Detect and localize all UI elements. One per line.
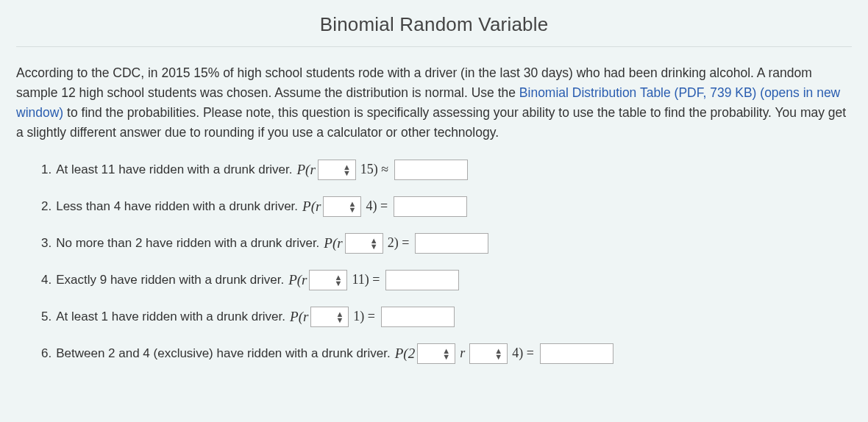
- q1-p-of-r: P(r: [296, 162, 315, 178]
- q4-operator-select[interactable]: ▲▼: [309, 270, 347, 290]
- updown-icon: ▲▼: [370, 237, 378, 249]
- page-title: Binomial Random Variable: [16, 13, 852, 36]
- q2-p-of-r: P(r: [302, 199, 321, 215]
- q3-text: No more than 2 have ridden with a drunk …: [56, 236, 319, 251]
- q5-number: 5.: [41, 310, 51, 324]
- question-2: 2. Less than 4 have ridden with a drunk …: [41, 196, 852, 217]
- intro-paragraph: According to the CDC, in 2015 15% of hig…: [16, 63, 852, 143]
- question-1: 1. At least 11 have ridden with a drunk …: [41, 160, 852, 180]
- q3-operator-select[interactable]: ▲▼: [345, 233, 383, 254]
- title-divider: [16, 46, 852, 47]
- question-3: 3. No more than 2 have ridden with a dru…: [41, 233, 852, 254]
- q4-text: Exactly 9 have ridden with a drunk drive…: [56, 273, 284, 287]
- q6-after: 4) =: [512, 346, 534, 361]
- q6-variable-r: r: [460, 346, 465, 361]
- updown-icon: ▲▼: [343, 164, 351, 176]
- updown-icon: ▲▼: [442, 348, 450, 360]
- q2-text: Less than 4 have ridden with a drunk dri…: [56, 199, 298, 214]
- q6-text: Between 2 and 4 (exclusive) have ridden …: [56, 346, 391, 361]
- question-4: 4. Exactly 9 have ridden with a drunk dr…: [41, 270, 852, 290]
- q2-after: 4) =: [366, 199, 388, 214]
- q4-p-of-r: P(r: [288, 272, 307, 288]
- updown-icon: ▲▼: [335, 274, 343, 286]
- q3-after: 2) =: [388, 235, 410, 251]
- q4-answer-input[interactable]: [385, 270, 459, 290]
- questions-container: 1. At least 11 have ridden with a drunk …: [41, 160, 852, 364]
- intro-text-part2: to find the probabilities. Please note, …: [16, 105, 846, 140]
- q3-number: 3.: [41, 236, 51, 251]
- q1-after: 15) ≈: [360, 162, 388, 177]
- q5-p-of-r: P(r: [290, 309, 308, 325]
- q6-number: 6.: [41, 346, 51, 361]
- updown-icon: ▲▼: [494, 348, 502, 360]
- updown-icon: ▲▼: [349, 201, 357, 212]
- q2-number: 2.: [41, 199, 51, 214]
- q1-text: At least 11 have ridden with a drunk dri…: [56, 162, 292, 177]
- q1-operator-select[interactable]: ▲▼: [318, 160, 356, 180]
- q3-answer-input[interactable]: [415, 233, 488, 254]
- q2-operator-select[interactable]: ▲▼: [323, 196, 361, 217]
- q4-number: 4.: [41, 273, 51, 287]
- q3-p-of-r: P(r: [324, 235, 342, 251]
- q4-after: 11) =: [352, 272, 380, 287]
- q5-answer-input[interactable]: [381, 307, 455, 327]
- q6-operator-select-right[interactable]: ▲▼: [469, 343, 508, 364]
- updown-icon: ▲▼: [335, 311, 344, 323]
- q2-answer-input[interactable]: [394, 196, 467, 217]
- q1-answer-input[interactable]: [394, 160, 468, 180]
- q6-p-of-2: P(2: [395, 346, 415, 362]
- q6-answer-input[interactable]: [540, 343, 613, 364]
- q1-number: 1.: [41, 162, 51, 177]
- question-5: 5. At least 1 have ridden with a drunk d…: [41, 307, 852, 327]
- q5-text: At least 1 have ridden with a drunk driv…: [56, 310, 285, 324]
- q6-operator-select-left[interactable]: ▲▼: [417, 343, 455, 364]
- q5-after: 1) =: [353, 309, 375, 324]
- question-6: 6. Between 2 and 4 (exclusive) have ridd…: [41, 343, 852, 364]
- q5-operator-select[interactable]: ▲▼: [310, 307, 349, 327]
